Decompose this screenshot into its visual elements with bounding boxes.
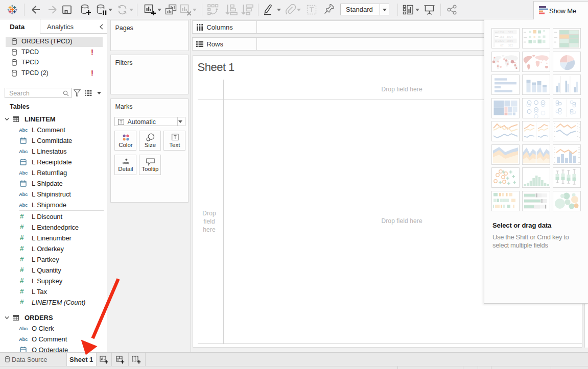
svg-text:253: 253 [500, 35, 504, 38]
svg-text:67.: 67. [500, 44, 504, 47]
svg-text:322: 322 [508, 44, 513, 47]
svg-text:3004: 3004 [507, 35, 513, 38]
svg-text:2859: 2859 [507, 39, 513, 42]
svg-text:1234: 1234 [498, 31, 504, 34]
svg-text:2320: 2320 [498, 39, 504, 42]
svg-text:573: 573 [508, 31, 513, 34]
